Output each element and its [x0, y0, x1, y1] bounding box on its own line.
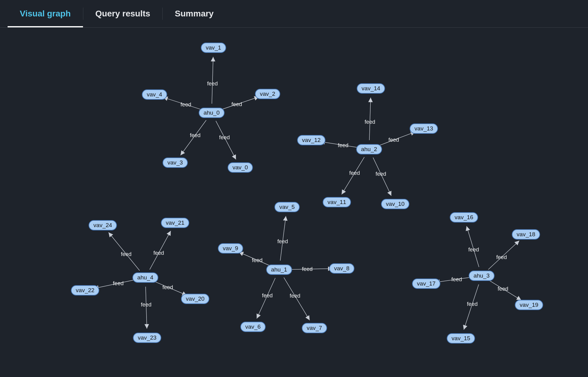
- graph-node-vav_3[interactable]: vav_3: [163, 157, 188, 168]
- graph-edge[interactable]: [150, 231, 171, 269]
- graph-node-ahu_3[interactable]: ahu_3: [469, 271, 495, 281]
- graph-node-vav_9[interactable]: vav_9: [218, 243, 243, 254]
- graph-node-vav_6[interactable]: vav_6: [240, 322, 266, 332]
- graph-edge[interactable]: [154, 281, 187, 295]
- graph-node-vav_15[interactable]: vav_15: [447, 333, 475, 344]
- graph-node-vav_22[interactable]: vav_22: [71, 285, 99, 296]
- graph-node-vav_14[interactable]: vav_14: [357, 83, 385, 94]
- graph-node-vav_12[interactable]: vav_12: [297, 135, 325, 145]
- graph-node-vav_13[interactable]: vav_13: [410, 123, 438, 134]
- graph-edge[interactable]: [467, 226, 479, 267]
- graph-node-vav_1[interactable]: vav_1: [201, 43, 226, 53]
- graph-edge[interactable]: [280, 216, 286, 261]
- graph-node-vav_17[interactable]: vav_17: [412, 278, 440, 289]
- graph-edge[interactable]: [284, 278, 310, 320]
- tab-visual-graph[interactable]: Visual graph: [8, 0, 83, 27]
- graph-edge[interactable]: [288, 269, 333, 270]
- graph-edge[interactable]: [216, 121, 236, 160]
- graph-node-vav_5[interactable]: vav_5: [275, 202, 300, 212]
- graph-node-vav_18[interactable]: vav_18: [512, 229, 540, 240]
- graph-edge[interactable]: [239, 252, 271, 266]
- graph-edge[interactable]: [181, 120, 206, 155]
- graph-node-ahu_4[interactable]: ahu_4: [133, 272, 158, 283]
- graph-edge[interactable]: [220, 97, 259, 110]
- graph-canvas[interactable]: ahu_0vav_0vav_1vav_2vav_3vav_4ahu_1vav_5…: [0, 28, 588, 377]
- graph-node-ahu_1[interactable]: ahu_1: [266, 265, 292, 275]
- graph-node-vav_8[interactable]: vav_8: [329, 263, 355, 274]
- graph-node-vav_20[interactable]: vav_20: [181, 294, 209, 304]
- tabs-bar: Visual graph Query results Summary: [0, 0, 588, 28]
- graph-edge[interactable]: [373, 157, 391, 196]
- graph-node-vav_19[interactable]: vav_19: [515, 300, 543, 310]
- graph-edge[interactable]: [163, 97, 203, 110]
- graph-node-vav_16[interactable]: vav_16: [450, 212, 478, 223]
- graph-edge[interactable]: [320, 142, 360, 148]
- graph-node-vav_0[interactable]: vav_0: [228, 162, 253, 173]
- graph-edge[interactable]: [109, 232, 140, 270]
- graph-node-vav_2[interactable]: vav_2: [255, 89, 280, 99]
- graph-node-vav_24[interactable]: vav_24: [88, 220, 117, 230]
- graph-edge[interactable]: [369, 98, 371, 140]
- graph-node-vav_21[interactable]: vav_21: [161, 218, 189, 228]
- graph-node-vav_11[interactable]: vav_11: [323, 197, 351, 207]
- graph-edge[interactable]: [257, 278, 275, 318]
- graph-node-vav_10[interactable]: vav_10: [381, 199, 409, 209]
- graph-node-vav_4[interactable]: vav_4: [142, 89, 167, 100]
- graph-edge[interactable]: [146, 287, 147, 329]
- graph-edge[interactable]: [488, 240, 519, 269]
- graph-node-ahu_0[interactable]: ahu_0: [199, 108, 225, 118]
- graph-edge[interactable]: [378, 132, 415, 146]
- graph-node-vav_23[interactable]: vav_23: [133, 333, 161, 343]
- graph-edge[interactable]: [489, 281, 521, 300]
- graph-edge[interactable]: [464, 284, 479, 330]
- graph-edge[interactable]: [212, 57, 213, 104]
- graph-edge[interactable]: [435, 277, 473, 282]
- graph-edge[interactable]: [342, 157, 365, 195]
- graph-node-vav_7[interactable]: vav_7: [302, 323, 327, 333]
- tab-summary[interactable]: Summary: [163, 0, 226, 27]
- graph-node-ahu_2[interactable]: ahu_2: [356, 144, 382, 154]
- graph-edge[interactable]: [94, 279, 136, 289]
- tab-query-results[interactable]: Query results: [83, 0, 163, 27]
